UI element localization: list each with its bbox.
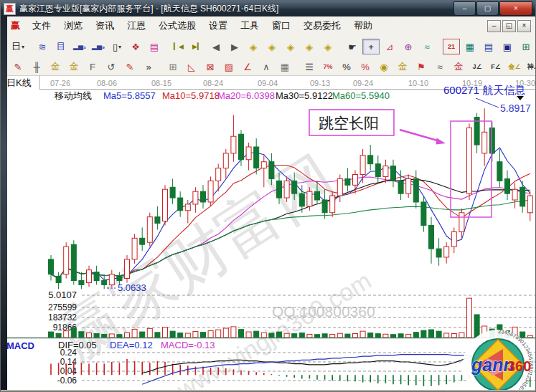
- gold-line-button[interactable]: 金: [394, 59, 411, 75]
- next-bar-button[interactable]: ▶: [226, 39, 243, 54]
- angle-measure-button[interactable]: ⊿: [381, 39, 398, 54]
- percent-7-button[interactable]: 7%: [319, 59, 337, 75]
- menu-item-设置[interactable]: 设置: [202, 17, 234, 34]
- menu-item-公式选股[interactable]: 公式选股: [152, 17, 202, 34]
- macd-pane-label: MACD: [6, 340, 34, 351]
- candle-body: [155, 217, 160, 224]
- export-button[interactable]: ⊞: [517, 39, 535, 54]
- calculator-button[interactable]: ▦: [461, 39, 479, 54]
- gann-diamond-tool-4-icon[interactable]: ◈: [301, 39, 318, 54]
- mdi-restore-button[interactable]: ◱: [502, 20, 516, 32]
- volume-bar: [353, 334, 358, 338]
- shen-angle-button[interactable]: 神∠: [525, 59, 536, 75]
- minor-cycle-9-button[interactable]: ▂▅₉: [90, 39, 107, 54]
- menu-item-浏览[interactable]: 浏览: [57, 17, 89, 34]
- stats-button[interactable]: ☰: [301, 59, 318, 75]
- level-price-label: 5.0633: [118, 282, 146, 293]
- kline-period-button[interactable]: 日▾: [9, 39, 27, 54]
- brush-tool-button[interactable]: ✎: [9, 59, 27, 75]
- calendar-button[interactable]: 21: [443, 39, 460, 54]
- prev-bar-button[interactable]: ◀: [207, 39, 225, 54]
- gold-underline-button[interactable]: 金: [450, 59, 467, 75]
- menu-item-帮助[interactable]: 帮助: [347, 17, 379, 34]
- maximize-button[interactable]: ▢: [476, 1, 499, 16]
- last-page-button[interactable]: ▶▎: [189, 39, 206, 54]
- draw-chart-button[interactable]: ✎: [121, 59, 138, 75]
- volume-bar: [330, 334, 335, 338]
- j-angle-button[interactable]: J∠: [469, 59, 486, 75]
- candle-style-button[interactable]: ▯▾: [108, 39, 126, 54]
- save-button[interactable]: ▣: [499, 39, 516, 54]
- macd-legend-item: MACD=-0.13: [161, 340, 215, 350]
- candle-body: [109, 274, 114, 285]
- gann-diamond-tool-1-icon[interactable]: ◈: [245, 39, 262, 54]
- menu-item-江恩[interactable]: 江恩: [121, 17, 152, 34]
- cycle-tool-button[interactable]: ⊕: [400, 39, 417, 54]
- notes-button[interactable]: ▤: [480, 39, 497, 54]
- gold-ratio-grid-button[interactable]: 金: [65, 59, 83, 75]
- wave-tool-button[interactable]: ≈: [418, 39, 436, 54]
- color-volume-button[interactable]: ▤: [146, 39, 163, 54]
- fan-lines-button[interactable]: ◺: [183, 59, 200, 75]
- volume-bar: [193, 331, 198, 338]
- menu-item-资讯[interactable]: 资讯: [89, 17, 121, 34]
- volume-bar: [64, 331, 69, 338]
- zigzag-button[interactable]: ∧: [258, 59, 275, 75]
- menu-item-交易委托[interactable]: 交易委托: [297, 17, 347, 34]
- gann-diamond-tool-5-icon[interactable]: ◈: [319, 39, 337, 54]
- volume-bar: [292, 334, 297, 338]
- gann-diamond-tool-3-icon[interactable]: ◈: [282, 39, 299, 54]
- volume-bar: [307, 334, 312, 338]
- wave-band-button[interactable]: ≈: [431, 59, 448, 75]
- f-angle-button[interactable]: F∠: [487, 59, 504, 75]
- menu-item-工具[interactable]: 工具: [234, 17, 265, 34]
- percent-line-button[interactable]: %: [357, 59, 374, 75]
- wave-overlay-button[interactable]: ≋: [34, 39, 51, 54]
- flag-pen-button[interactable]: ⚑: [413, 59, 430, 75]
- chip-distribution-button[interactable]: ❖: [127, 39, 144, 54]
- volume-bar: [102, 334, 107, 338]
- stock-name-label: 600271 航天信息: [443, 84, 525, 96]
- candle-body: [482, 132, 487, 153]
- volume-bar: [178, 333, 183, 338]
- volume-bar: [170, 331, 175, 338]
- volume-bar: [87, 333, 92, 338]
- gann-diamond-tool-2-icon[interactable]: ◈: [263, 39, 281, 54]
- candle-body: [223, 153, 228, 168]
- volume-bar: [254, 331, 259, 338]
- menu-item-窗口[interactable]: 窗口: [265, 17, 297, 34]
- first-page-button[interactable]: ▎◀: [170, 39, 187, 54]
- app-logo-icon: 赢: [4, 3, 16, 15]
- hand-tool-button[interactable]: ☛: [344, 39, 361, 54]
- grid-tool-button[interactable]: ╫: [28, 59, 45, 75]
- close-button[interactable]: ×: [499, 1, 532, 16]
- candle-body: [163, 189, 168, 221]
- gold-circle-button[interactable]: ◉: [375, 59, 392, 75]
- mdi-minimize-button[interactable]: –: [487, 20, 501, 32]
- ma-legend-item: Ma5=5.8557: [103, 90, 156, 101]
- main-chart[interactable]: 赢家财富网www.yingjia360.comQQ:10080036007-26…: [1, 75, 536, 390]
- crosshair-tool-button[interactable]: +: [362, 39, 380, 54]
- angle-line-button[interactable]: ∠: [239, 59, 256, 75]
- spiral-tool-button[interactable]: ↺: [103, 59, 120, 75]
- gold-grid-button[interactable]: 金: [47, 59, 64, 75]
- info-panel-button[interactable]: 目: [52, 39, 70, 54]
- minor-cycle-3-button[interactable]: ▂▅₃: [71, 39, 88, 54]
- minimize-button[interactable]: –: [453, 1, 476, 16]
- volume-bar: [109, 334, 114, 338]
- dense-grid-button[interactable]: ▦: [276, 59, 293, 75]
- candle-body: [330, 196, 335, 213]
- candle-body: [444, 247, 449, 257]
- mdi-close-button[interactable]: ×: [517, 20, 531, 32]
- menu-item-文件[interactable]: 文件: [26, 17, 57, 34]
- ray-box-button[interactable]: ▨: [220, 59, 238, 75]
- fib-grid-button[interactable]: F: [84, 59, 101, 75]
- gold-angle-button[interactable]: 金∠: [506, 59, 523, 75]
- date-tick-label: 09-04: [258, 79, 278, 87]
- box-tool-button[interactable]: ⊞: [164, 59, 182, 75]
- gann-box-button[interactable]: ⊠: [202, 59, 219, 75]
- more-tools-button[interactable]: »: [140, 59, 157, 75]
- volume-bar: [140, 332, 145, 338]
- percent-button[interactable]: %: [338, 59, 355, 75]
- volume-bar: [56, 333, 61, 338]
